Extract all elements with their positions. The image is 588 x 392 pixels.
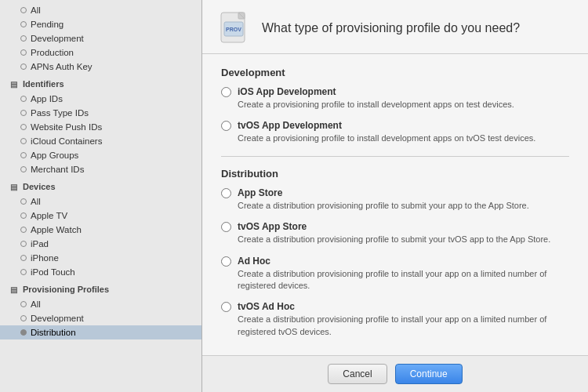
bullet-icon [20, 329, 27, 336]
sidebar-item-app-groups[interactable]: App Groups [0, 148, 201, 162]
sidebar-label: Development [31, 34, 84, 43]
bullet-icon [20, 110, 27, 116]
section-divider [221, 156, 569, 157]
sidebar-label: iPod Touch [31, 267, 75, 277]
ad-hoc-radio[interactable] [221, 256, 231, 267]
sidebar-item-icloud-containers[interactable]: iCloud Containers [0, 134, 201, 148]
sidebar-item-dev-cert[interactable]: Development [0, 31, 201, 45]
bullet-icon [20, 64, 27, 70]
bullet-icon [20, 241, 27, 247]
bullet-icon [20, 49, 27, 56]
sidebar-label: Apple Watch [31, 225, 82, 234]
sidebar-item-all-certs[interactable]: All [0, 3, 201, 17]
main-header: PROV What type of provisioning profile d… [202, 0, 588, 54]
ios-app-dev-radio[interactable] [221, 87, 231, 97]
app-store-radio[interactable] [221, 188, 231, 198]
development-section-title: Development [221, 67, 569, 78]
sidebar-section-devices: ▤ Devices [0, 176, 201, 194]
bullet-icon [20, 124, 27, 130]
sidebar-label: iPad [31, 239, 49, 249]
sidebar-section-identifiers: ▤ Identifiers [0, 74, 201, 92]
sidebar-label: Development [31, 314, 84, 323]
app-store-label: App Store [238, 187, 529, 198]
sidebar-item-pending[interactable]: Pending [0, 17, 201, 31]
tvos-app-store-label: tvOS App Store [238, 221, 550, 232]
continue-button[interactable]: Continue [395, 364, 463, 384]
sidebar-section-provisioning: ▤ Provisioning Profiles [0, 279, 201, 297]
tvos-ad-hoc-radio[interactable] [221, 302, 231, 312]
ad-hoc-label: Ad Hoc [238, 256, 569, 267]
bullet-icon [20, 35, 27, 42]
sidebar-label: All [31, 197, 41, 206]
ios-app-dev-option: iOS App Development Create a provisionin… [221, 86, 569, 111]
sidebar-label: APNs Auth Key [31, 62, 93, 71]
main-body: Development iOS App Development Create a… [202, 54, 588, 355]
ios-app-dev-label: iOS App Development [238, 86, 514, 97]
sidebar-label: Distribution [31, 328, 76, 337]
sidebar-item-apns[interactable]: APNs Auth Key [0, 60, 201, 74]
tvos-ad-hoc-desc: Create a distribution provisioning profi… [238, 314, 569, 338]
tvos-app-dev-option: tvOS App Development Create a provisioni… [221, 120, 569, 144]
sidebar-label: Pass Type IDs [31, 108, 89, 118]
sidebar-label: App Groups [31, 151, 78, 160]
sidebar-item-dev-profile[interactable]: Development [0, 311, 201, 325]
sidebar: All Pending Development Production APNs … [0, 0, 202, 392]
app-store-option: App Store Create a distribution provisio… [221, 187, 569, 212]
identifiers-icon: ▤ [8, 78, 19, 89]
bullet-icon [20, 198, 27, 205]
bullet-icon [20, 21, 27, 27]
sidebar-section-label: Provisioning Profiles [23, 285, 109, 294]
bullet-icon [20, 301, 27, 307]
sidebar-item-dist-profile[interactable]: Distribution [0, 325, 201, 339]
sidebar-item-ipod-touch[interactable]: iPod Touch [0, 265, 201, 279]
tvos-app-store-option: tvOS App Store Create a distribution pro… [221, 221, 569, 245]
bullet-icon [20, 269, 27, 275]
distribution-section-title: Distribution [221, 168, 569, 180]
tvos-app-store-desc: Create a distribution provisioning profi… [238, 234, 550, 245]
sidebar-label: App IDs [31, 94, 63, 103]
bullet-icon [20, 96, 27, 102]
main-footer: Cancel Continue [202, 355, 588, 392]
sidebar-item-merchant-ids[interactable]: Merchant IDs [0, 162, 201, 176]
prov-file-icon: PROV [218, 11, 252, 45]
sidebar-item-all-profiles[interactable]: All [0, 297, 201, 311]
sidebar-item-apple-tv[interactable]: Apple TV [0, 209, 201, 223]
sidebar-section-label: Identifiers [23, 79, 64, 89]
sidebar-label: iCloud Containers [31, 136, 102, 146]
provisioning-icon: ▤ [8, 284, 19, 295]
cancel-button[interactable]: Cancel [328, 364, 387, 384]
sidebar-label: Merchant IDs [31, 165, 84, 174]
tvos-app-store-radio[interactable] [221, 222, 231, 232]
app-store-desc: Create a distribution provisioning profi… [238, 200, 529, 212]
bullet-icon [20, 166, 27, 172]
tvos-ad-hoc-label: tvOS Ad Hoc [238, 301, 569, 312]
sidebar-label: All [31, 299, 41, 309]
bullet-icon [20, 152, 27, 158]
svg-text:PROV: PROV [226, 27, 241, 32]
sidebar-label: iPhone [31, 253, 59, 263]
tvos-app-dev-radio[interactable] [221, 121, 231, 131]
sidebar-item-iphone[interactable]: iPhone [0, 251, 201, 265]
sidebar-item-all-devices[interactable]: All [0, 194, 201, 209]
bullet-icon [20, 227, 27, 233]
main-content: PROV What type of provisioning profile d… [202, 0, 588, 392]
bullet-icon [20, 255, 27, 261]
main-header-title: What type of provisioning profile do you… [262, 21, 520, 35]
sidebar-item-apple-watch[interactable]: Apple Watch [0, 223, 201, 237]
bullet-icon [20, 315, 27, 321]
sidebar-item-website-push-ids[interactable]: Website Push IDs [0, 120, 201, 134]
ad-hoc-option: Ad Hoc Create a distribution provisionin… [221, 256, 569, 292]
sidebar-item-ipad[interactable]: iPad [0, 237, 201, 251]
bullet-icon [20, 138, 27, 144]
sidebar-label: Pending [31, 20, 64, 29]
sidebar-item-prod-cert[interactable]: Production [0, 45, 201, 60]
sidebar-item-pass-type-ids[interactable]: Pass Type IDs [0, 106, 201, 120]
tvos-ad-hoc-option: tvOS Ad Hoc Create a distribution provis… [221, 301, 569, 338]
devices-icon: ▤ [8, 181, 19, 192]
sidebar-label: Website Push IDs [31, 122, 102, 132]
bullet-icon [20, 7, 27, 13]
sidebar-item-app-ids[interactable]: App IDs [0, 92, 201, 106]
ios-app-dev-desc: Create a provisioning profile to install… [238, 99, 514, 111]
tvos-app-dev-label: tvOS App Development [238, 120, 535, 131]
sidebar-label: All [31, 5, 41, 15]
